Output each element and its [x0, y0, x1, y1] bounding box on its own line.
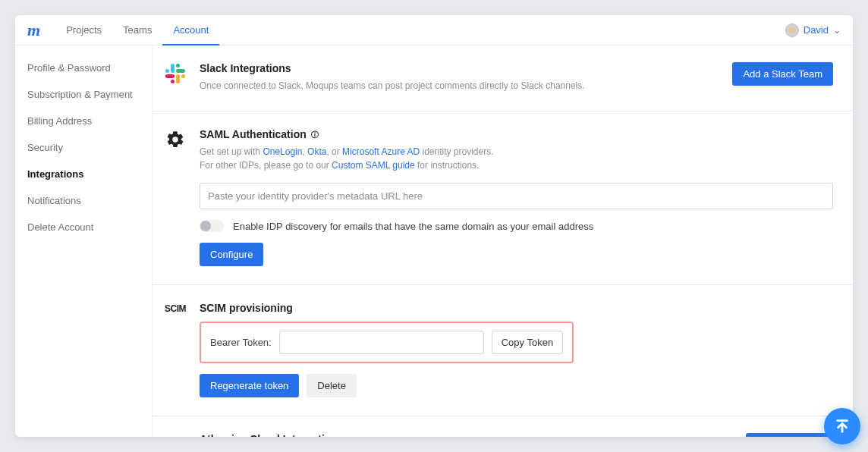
- logo: m: [27, 20, 40, 40]
- sidebar-item-delete-account[interactable]: Delete Account: [15, 214, 152, 240]
- section-saml: SAML Authentication ⓘ Get set up with On…: [153, 111, 853, 285]
- user-name: David: [804, 24, 829, 36]
- sidebar-item-subscription[interactable]: Subscription & Payment: [15, 81, 152, 108]
- info-icon[interactable]: ⓘ: [311, 130, 320, 139]
- sidebar-item-notifications[interactable]: Notifications: [15, 187, 152, 214]
- slack-icon: [162, 62, 189, 93]
- main: Profile & Password Subscription & Paymen…: [15, 46, 853, 437]
- tab-account[interactable]: Account: [162, 15, 219, 46]
- sidebar-item-integrations[interactable]: Integrations: [15, 161, 152, 187]
- sidebar-item-security[interactable]: Security: [15, 134, 152, 161]
- idp-discovery-toggle[interactable]: [200, 220, 224, 232]
- idp-discovery-label: Enable IDP discovery for emails that hav…: [233, 221, 593, 232]
- slack-desc: Once connected to Slack, Moqups teams ca…: [200, 79, 722, 93]
- sidebar-item-billing[interactable]: Billing Address: [15, 108, 152, 134]
- slack-title: Slack Integrations: [200, 62, 722, 74]
- bearer-token-input[interactable]: [279, 331, 484, 354]
- content[interactable]: Slack Integrations Once connected to Sla…: [152, 46, 853, 437]
- link-custom-saml[interactable]: Custom SAML guide: [332, 160, 415, 171]
- copy-token-button[interactable]: Copy Token: [492, 331, 563, 354]
- saml-title: SAML Authentication: [200, 128, 307, 140]
- avatar: [785, 24, 799, 37]
- chevron-down-icon: ⌄: [833, 25, 841, 36]
- scroll-to-top-button[interactable]: [824, 408, 860, 444]
- link-azure[interactable]: Microsoft Azure AD: [342, 146, 420, 157]
- go-to-atlassian-button[interactable]: Go to Atlassian: [746, 433, 833, 437]
- regenerate-token-button[interactable]: Regenerate token: [200, 374, 299, 397]
- section-slack: Slack Integrations Once connected to Sla…: [153, 46, 853, 111]
- link-okta[interactable]: Okta: [307, 146, 326, 157]
- atlassian-title: Atlassian Cloud Integrations: [200, 433, 735, 437]
- delete-token-button[interactable]: Delete: [307, 374, 357, 397]
- sidebar-item-profile[interactable]: Profile & Password: [15, 55, 152, 81]
- saml-metadata-input[interactable]: [200, 183, 833, 209]
- section-scim: SCIM SCIM provisioning Bearer Token: Cop…: [153, 285, 853, 416]
- link-onelogin[interactable]: OneLogin: [263, 146, 302, 157]
- saml-desc: Get set up with OneLogin, Okta, or Micro…: [200, 145, 833, 172]
- configure-button[interactable]: Configure: [200, 243, 263, 266]
- scim-title: SCIM provisioning: [200, 302, 833, 314]
- user-menu[interactable]: David ⌄: [785, 24, 841, 37]
- section-atlassian: Atlassian Cloud Integrations Learn about…: [153, 416, 853, 437]
- app-window: m Projects Teams Account David ⌄ Profile…: [15, 15, 853, 437]
- gear-icon: [162, 128, 189, 266]
- tab-teams[interactable]: Teams: [112, 15, 162, 46]
- sidebar: Profile & Password Subscription & Paymen…: [15, 46, 152, 437]
- scim-token-box: Bearer Token: Copy Token: [200, 322, 574, 363]
- atlassian-icon: [162, 433, 189, 437]
- bearer-token-label: Bearer Token:: [210, 337, 272, 348]
- topbar: m Projects Teams Account David ⌄: [15, 15, 853, 46]
- add-slack-team-button[interactable]: Add a Slack Team: [732, 62, 833, 86]
- scim-icon: SCIM: [162, 302, 189, 397]
- tab-projects[interactable]: Projects: [55, 15, 112, 46]
